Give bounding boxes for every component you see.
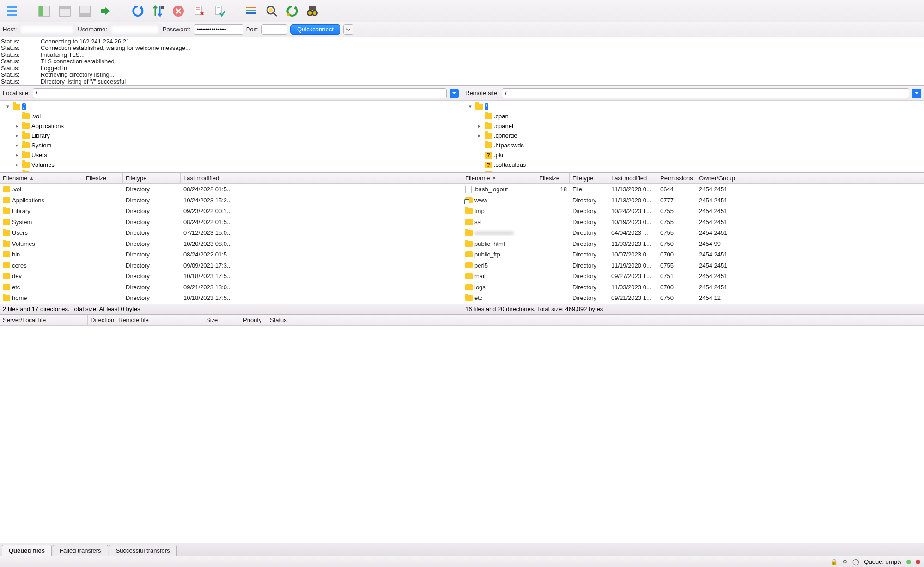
svg-rect-8: [79, 13, 91, 16]
table-row[interactable]: ApplicationsDirectory10/24/2023 15:2...: [0, 195, 462, 206]
password-input[interactable]: [194, 24, 243, 35]
svg-rect-0: [7, 6, 17, 8]
tree-node[interactable]: ?.pki: [464, 150, 922, 160]
gear-icon[interactable]: ⚙: [842, 558, 848, 565]
table-row[interactable]: perl5Directory11/19/2020 0...07552454 24…: [462, 260, 924, 271]
host-input[interactable]: [19, 24, 75, 35]
process-queue-icon[interactable]: [150, 3, 166, 19]
cancel-icon[interactable]: [170, 3, 187, 19]
table-row[interactable]: homeDirectory10/18/2023 17:5...: [0, 293, 462, 304]
table-row[interactable]: logsDirectory11/03/2023 0...07002454 245…: [462, 282, 924, 293]
svg-rect-17: [246, 10, 256, 11]
table-row[interactable]: VolumesDirectory10/20/2023 08:0...: [0, 238, 462, 250]
auto-icon[interactable]: [284, 3, 300, 19]
svg-point-22: [287, 13, 290, 16]
find-icon[interactable]: [263, 3, 280, 19]
table-row[interactable]: mailDirectory09/27/2023 1...07512454 245…: [462, 271, 924, 282]
binoculars-icon[interactable]: [304, 3, 321, 19]
table-row[interactable]: LibraryDirectory09/23/2022 00:1...: [0, 206, 462, 217]
username-label: Username:: [78, 26, 107, 33]
host-label: Host:: [3, 26, 17, 33]
sort-desc-icon: ▼: [492, 176, 496, 181]
queue-columns[interactable]: Server/Local file Direction Remote file …: [0, 315, 924, 326]
tree-node[interactable]: .htpasswds: [464, 140, 922, 150]
tree-node[interactable]: ▸Applications: [2, 121, 460, 131]
tree-node[interactable]: ▾/: [2, 102, 460, 111]
table-row[interactable]: .bash_logout18File11/13/2020 0...0644245…: [462, 184, 924, 195]
table-row[interactable]: sslDirectory10/19/2023 0...07552454 2451: [462, 217, 924, 228]
table-row[interactable]: tmpDirectory10/24/2023 1...07552454 2451: [462, 206, 924, 217]
table-row[interactable]: xxxxxxxxxxxxxDirectory04/04/2023 ...0755…: [462, 227, 924, 238]
local-columns[interactable]: Filename▲ Filesize Filetype Last modifie…: [0, 173, 462, 184]
table-row[interactable]: UsersDirectory07/12/2023 15:0...: [0, 227, 462, 238]
queue-status-label: Queue: empty: [864, 558, 902, 565]
lock-icon[interactable]: 🔒: [830, 558, 838, 565]
svg-rect-4: [39, 6, 43, 16]
disconnect-icon[interactable]: [190, 3, 207, 19]
local-site-label: Local site:: [3, 90, 30, 97]
help-icon[interactable]: ◯: [852, 558, 859, 565]
table-row[interactable]: .volDirectory08/24/2022 01:5..: [0, 184, 462, 195]
tree-node[interactable]: .cpan: [464, 111, 922, 121]
quickconnect-button[interactable]: Quickconnect: [290, 24, 340, 35]
username-input[interactable]: [110, 24, 160, 35]
tree-node[interactable]: bin: [2, 170, 460, 173]
toggle-log-icon[interactable]: [56, 3, 73, 19]
tree-node[interactable]: ?.softaculous: [464, 160, 922, 170]
tree-node[interactable]: .vol: [2, 111, 460, 121]
local-file-list[interactable]: .volDirectory08/24/2022 01:5..Applicatio…: [0, 184, 462, 304]
table-row[interactable]: binDirectory08/24/2022 01:5..: [0, 249, 462, 260]
quickconnect-bar: Host: Username: Password: Port: Quickcon…: [0, 22, 924, 37]
tab-queued[interactable]: Queued files: [2, 545, 52, 556]
table-row[interactable]: coresDirectory09/09/2021 17:3...: [0, 260, 462, 271]
local-site-dropdown[interactable]: [450, 89, 459, 98]
port-input[interactable]: [261, 24, 287, 35]
remote-site-label: Remote site:: [465, 90, 499, 97]
svg-rect-27: [309, 6, 316, 10]
svg-line-20: [274, 13, 277, 16]
sync-browse-icon[interactable]: [97, 3, 114, 19]
indicator-green: [906, 560, 911, 564]
remote-file-list[interactable]: .bash_logout18File11/13/2020 0...0644245…: [462, 184, 924, 304]
toggle-queue-icon[interactable]: [77, 3, 93, 19]
tree-node[interactable]: ▸Library: [2, 131, 460, 140]
site-manager-icon[interactable]: [4, 3, 20, 19]
queue-body[interactable]: [0, 326, 924, 543]
directory-compare-icon[interactable]: [243, 3, 260, 19]
quickconnect-history-dropdown[interactable]: [343, 24, 353, 35]
table-row[interactable]: public_htmlDirectory11/03/2023 1...07502…: [462, 238, 924, 250]
message-log[interactable]: Status:Disconnected from serverStatus:Co…: [0, 37, 924, 86]
reconnect-icon[interactable]: [211, 3, 227, 19]
local-tree[interactable]: ▾/.vol▸Applications▸Library▸System▸Users…: [0, 101, 462, 173]
tree-node[interactable]: ▸.cphorde: [464, 131, 922, 140]
tab-success[interactable]: Successful transfers: [109, 545, 177, 556]
remote-site-dropdown[interactable]: [912, 89, 921, 98]
remote-site-input[interactable]: [502, 88, 909, 98]
tree-node[interactable]: ▸System: [2, 140, 460, 150]
tree-node[interactable]: ?.spamassassin: [464, 170, 922, 173]
svg-rect-18: [246, 12, 256, 14]
main-toolbar: [0, 0, 924, 22]
svg-point-25: [308, 11, 312, 15]
toggle-local-tree-icon[interactable]: [36, 3, 53, 19]
tree-node[interactable]: ▸Volumes: [2, 160, 460, 170]
remote-status: 16 files and 20 directories. Total size:…: [462, 304, 924, 314]
local-site-input[interactable]: [33, 88, 447, 98]
tree-node[interactable]: ▸.cpanel: [464, 121, 922, 131]
svg-point-26: [313, 11, 316, 15]
remote-columns[interactable]: Filename▼ Filesize Filetype Last modifie…: [462, 173, 924, 184]
refresh-icon[interactable]: [129, 3, 146, 19]
table-row[interactable]: devDirectory10/18/2023 17:5...: [0, 271, 462, 282]
tab-failed[interactable]: Failed transfers: [53, 545, 108, 556]
svg-rect-16: [246, 7, 256, 8]
table-row[interactable]: public_ftpDirectory10/07/2023 0...070024…: [462, 249, 924, 260]
table-row[interactable]: SystemDirectory08/24/2022 01:5..: [0, 217, 462, 228]
table-row[interactable]: etcDirectory09/21/2023 13:0...: [0, 282, 462, 293]
table-row[interactable]: wwwDirectory11/13/2020 0...07772454 2451: [462, 195, 924, 206]
table-row[interactable]: etcDirectory09/21/2023 1...07502454 12: [462, 293, 924, 304]
indicator-red: [916, 560, 920, 564]
tree-node[interactable]: ▸Users: [2, 150, 460, 160]
tree-node[interactable]: ▾/: [464, 102, 922, 111]
remote-tree[interactable]: ▾/.cpan▸.cpanel▸.cphorde.htpasswds?.pki?…: [462, 101, 924, 173]
svg-point-21: [269, 8, 273, 12]
